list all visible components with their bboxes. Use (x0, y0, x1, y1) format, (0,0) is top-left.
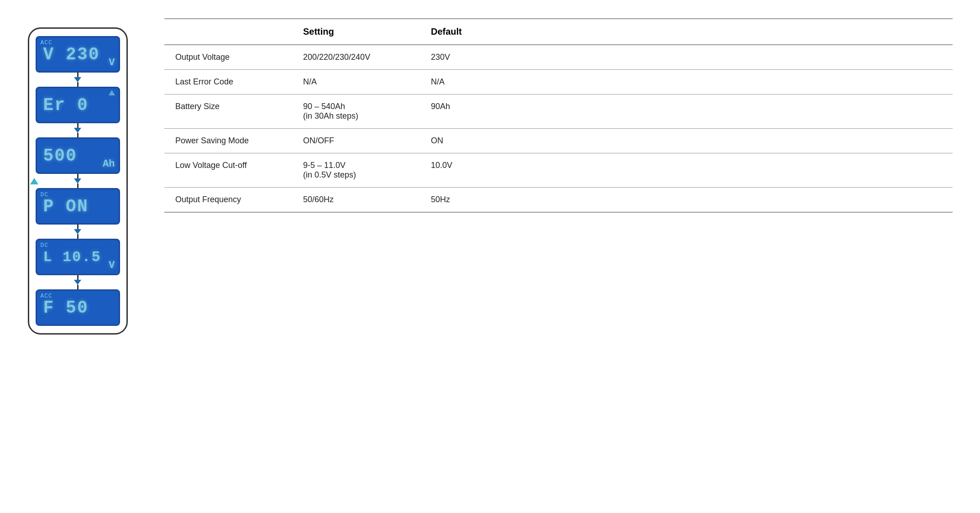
row-name: Output Frequency (164, 188, 292, 213)
row-setting: ON/OFF (292, 129, 420, 153)
row-name: Power Saving Mode (164, 129, 292, 153)
table-row: Battery Size90 – 540Ah(in 30Ah steps)90A… (164, 94, 953, 129)
lcd-battery-value: 500 (43, 146, 77, 166)
table-row: Low Voltage Cut-off9-5 – 11.0V(in 0.5V s… (164, 153, 953, 188)
row-default: N/A (420, 70, 953, 94)
row-name: Battery Size (164, 94, 292, 129)
row-setting: N/A (292, 70, 420, 94)
lcd-voltage: ACC V 230 V (36, 36, 120, 73)
row-default: 230V (420, 45, 953, 70)
row-name: Low Voltage Cut-off (164, 153, 292, 188)
table-row: Last Error CodeN/AN/A (164, 70, 953, 94)
lcd-error: Er 0 (36, 87, 120, 123)
table-row: Output Voltage200/220/230/240V230V (164, 45, 953, 70)
lcd-power-label: DC (41, 191, 49, 198)
row-default: 50Hz (420, 188, 953, 213)
connector-1 (74, 73, 81, 87)
lcd-panel: ACC V 230 V Er 0 500 (27, 27, 128, 335)
lcd-battery: 500 Ah (36, 137, 120, 174)
row-setting: 200/220/230/240V (292, 45, 420, 70)
row-setting: 9-5 – 11.0V(in 0.5V steps) (292, 153, 420, 188)
display-container: ACC V 230 V Er 0 500 (28, 27, 128, 335)
settings-table: Setting Default Output Voltage200/220/23… (164, 18, 953, 213)
lcd-battery-unit: Ah (103, 158, 115, 170)
connector-4 (74, 225, 81, 239)
lcd-voltage-value: V 230 (43, 45, 100, 64)
lcd-power-value: P ON (43, 197, 89, 216)
col-header-default: Default (420, 19, 953, 45)
row-name: Last Error Code (164, 70, 292, 94)
lcd-freq-value: F 50 (43, 298, 89, 318)
lcd-voltage-unit: V (109, 57, 115, 68)
row-name: Output Voltage (164, 45, 292, 70)
lcd-power: DC P ON (36, 188, 120, 225)
row-default: 90Ah (420, 94, 953, 129)
lcd-lowvolt-value: L 10.5 (43, 249, 101, 266)
lcd-freq-label: ACC (41, 293, 52, 299)
lcd-lowvolt: DC L 10.5 V (36, 239, 120, 275)
up-arrow-icon (30, 178, 38, 184)
row-setting: 90 – 540Ah(in 30Ah steps) (292, 94, 420, 129)
col-header-setting: Setting (292, 19, 420, 45)
table-header-row: Setting Default (164, 19, 953, 45)
connector-2 (74, 123, 81, 137)
connector-3 (74, 174, 81, 188)
settings-table-panel: Setting Default Output Voltage200/220/23… (164, 18, 953, 213)
row-default: 10.0V (420, 153, 953, 188)
col-header-name (164, 19, 292, 45)
lcd-voltage-label: ACC (41, 39, 52, 46)
lcd-lowvolt-label: DC (41, 242, 49, 249)
row-default: ON (420, 129, 953, 153)
table-row: Power Saving ModeON/OFFON (164, 129, 953, 153)
lcd-lowvolt-unit: V (109, 260, 115, 271)
lcd-warn-icon (109, 90, 115, 95)
lcd-freq: ACC F 50 (36, 289, 120, 326)
connector-5 (74, 275, 81, 289)
row-setting: 50/60Hz (292, 188, 420, 213)
table-row: Output Frequency50/60Hz50Hz (164, 188, 953, 213)
lcd-error-value: Er 0 (43, 95, 89, 115)
